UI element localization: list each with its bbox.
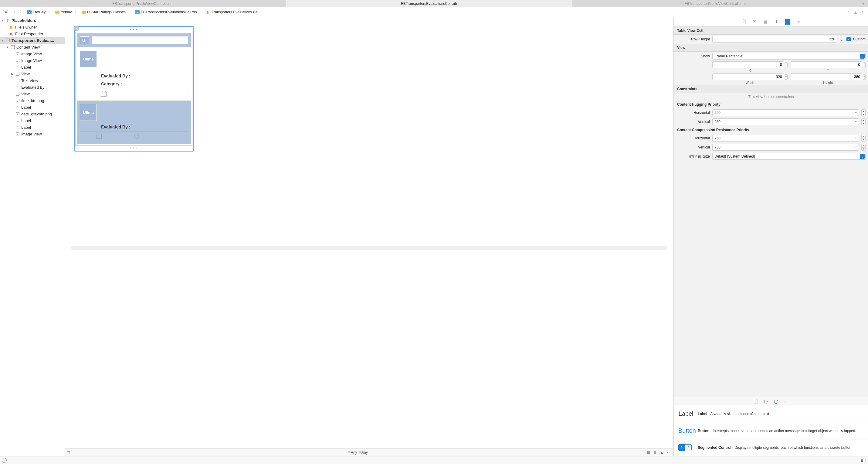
height-stepper[interactable]: ▲▼ xyxy=(863,75,866,80)
jump-prev-icon[interactable]: 〈 xyxy=(844,9,851,14)
outline-item[interactable]: LEvaluated By : xyxy=(0,84,65,90)
add-tab-button[interactable]: ＋ xyxy=(858,0,868,7)
size-class-control[interactable]: wAny hAny xyxy=(348,450,368,455)
y-stepper[interactable]: ▲▼ xyxy=(863,62,866,67)
tab-center[interactable]: FBTransportersEvaluationsCell.xib xyxy=(286,0,572,7)
resize-handle-left[interactable]: ⋮ xyxy=(76,87,80,90)
ccrp-h-stepper[interactable]: ▲▼ xyxy=(861,135,866,142)
canvas-eval-by-label: Evaluated By : xyxy=(80,121,188,131)
outline-item[interactable]: Image View xyxy=(0,57,65,64)
code-snippet-icon[interactable]: { } xyxy=(763,398,769,404)
width-caption: Width xyxy=(712,80,787,84)
chp-horizontal-popup[interactable]: 250 xyxy=(712,109,859,116)
outline-first-responder[interactable]: ◧First Responder xyxy=(0,30,65,37)
show-popup[interactable]: Frame Rectangle xyxy=(712,53,866,60)
file-inspector-icon[interactable]: 📄 xyxy=(741,19,747,25)
row-height-label: Row Height xyxy=(677,37,710,41)
outline-item[interactable]: time_btn.png xyxy=(0,97,65,104)
no-constraints-hint: This view has no constraints xyxy=(674,93,868,101)
label-icon: Label xyxy=(678,410,693,417)
document-outline[interactable]: ▼◧Placeholders ◧File's Owner ◧First Resp… xyxy=(0,17,65,456)
file-template-icon[interactable]: 📄 xyxy=(753,398,759,404)
identity-inspector-icon[interactable]: ▦ xyxy=(763,19,769,25)
ccrp-vertical-popup[interactable]: 750 xyxy=(712,144,859,151)
ccrp-horizontal-popup[interactable]: 750 xyxy=(712,135,859,142)
outline-item[interactable]: LLabel xyxy=(0,117,65,124)
library-item-segmented[interactable]: 12 Segmented Control - Displays multiple… xyxy=(674,439,868,456)
width-stepper[interactable]: ▲▼ xyxy=(785,75,787,80)
align-icon[interactable]: ⊟ xyxy=(647,450,650,455)
section-table-view-cell: Table View Cell xyxy=(674,27,868,35)
outline-content-view[interactable]: ▼Content View xyxy=(0,44,65,50)
size-inspector-icon[interactable] xyxy=(785,19,790,25)
outline-item[interactable]: date_greybtn.png xyxy=(0,111,65,117)
drag-handle-top[interactable]: • • • xyxy=(75,27,192,32)
library-item-label[interactable]: Label Label - A variably sized amount of… xyxy=(674,405,868,423)
chp-vertical-popup[interactable]: 250 xyxy=(712,118,859,125)
attributes-inspector-icon[interactable]: ⬇ xyxy=(774,19,779,25)
table-view-cell-frame[interactable]: ✕ • • • ⋮ ⋮ UI UIIma Evaluated By : Cate… xyxy=(74,26,194,151)
canvas-title-field[interactable] xyxy=(92,36,188,44)
outline-item[interactable]: ▶View xyxy=(0,70,65,77)
crumb-file[interactable]: xFBTransportersEvaluationsCell.xib〉 xyxy=(133,9,205,14)
chp-h-stepper[interactable]: ▲▼ xyxy=(861,109,866,116)
outline-item[interactable]: LLabel xyxy=(0,124,65,130)
show-label: Show xyxy=(677,54,710,58)
interface-builder-canvas[interactable]: ✕ • • • ⋮ ⋮ UI UIIma Evaluated By : Cate… xyxy=(65,17,674,456)
resolve-icon[interactable]: ▲ xyxy=(660,450,664,455)
height-input[interactable] xyxy=(790,74,863,80)
outline-item[interactable]: LLabel xyxy=(0,64,65,70)
canvas-eval-by-label: Evaluated By : xyxy=(101,74,188,78)
inspector-panel: 📄 ?⃝ ▦ ⬇ ➜ Table View Cell Row Height ▲▼… xyxy=(674,17,868,456)
crumb-folder2[interactable]: FBStar Ratings Classes〉 xyxy=(80,9,133,14)
resize-handle-right[interactable]: ⋮ xyxy=(188,87,191,90)
chp-v-stepper[interactable]: ▲▼ xyxy=(861,118,866,125)
canvas-body-row[interactable]: UIIma Evaluated By : Category : xyxy=(77,47,191,101)
section-constraints: Constraints xyxy=(674,85,868,93)
outline-item[interactable]: View xyxy=(0,90,65,97)
window-tabbar: FBTransporterProfileViewController.m FBT… xyxy=(0,0,868,7)
help-inspector-icon[interactable]: ?⃝ xyxy=(752,19,757,25)
object-library-icon[interactable]: ◯ xyxy=(773,398,779,404)
drag-handle-bottom[interactable]: • • • xyxy=(75,146,192,150)
outline-item[interactable]: Text View xyxy=(0,77,65,84)
outline-item[interactable]: Image View xyxy=(0,130,65,137)
ccrp-v-stepper[interactable]: ▲▼ xyxy=(861,144,866,151)
object-library-list[interactable]: Label Label - A variably sized amount of… xyxy=(674,405,868,456)
resize-icon[interactable]: ▭ xyxy=(667,450,671,455)
crumb-object[interactable]: ◧Transporters Evaluations Cell xyxy=(205,10,261,14)
library-item-button[interactable]: Button Button - Intercepts touch events … xyxy=(674,423,868,439)
width-input[interactable] xyxy=(712,74,784,80)
nav-forward-icon[interactable]: 〉 xyxy=(18,9,26,15)
warning-icon[interactable]: ▲ xyxy=(851,10,860,14)
ccrp-vertical-label: Vertical xyxy=(677,145,710,149)
nav-back-icon[interactable]: 〈 xyxy=(10,9,18,15)
crumb-folder1[interactable]: fretbay〉 xyxy=(54,9,80,14)
connections-inspector-icon[interactable]: ➜ xyxy=(796,19,801,25)
crumb-project[interactable]: ▸FretBay〉 xyxy=(26,9,54,14)
related-items-icon[interactable] xyxy=(1,10,10,14)
tab-left[interactable]: FBTransporterProfileViewController.m xyxy=(0,0,286,7)
custom-checkbox[interactable]: ✓ xyxy=(846,37,851,41)
y-input[interactable] xyxy=(790,61,863,68)
row-height-stepper[interactable]: ▲▼ xyxy=(840,36,844,42)
outline-item[interactable]: LLabel xyxy=(0,104,65,111)
outline-placeholders-header[interactable]: ▼◧Placeholders xyxy=(0,17,65,24)
x-stepper[interactable]: ▲▼ xyxy=(785,62,787,67)
canvas-header-row[interactable]: UI xyxy=(77,33,191,47)
outline-toggle-icon[interactable]: ▢ xyxy=(67,450,70,455)
tab-right[interactable]: FBTransporterProfileViewController.m xyxy=(572,0,858,7)
pin-icon[interactable]: ⊞ xyxy=(653,450,656,455)
media-library-icon[interactable]: ▭ xyxy=(784,398,790,404)
close-icon[interactable]: ✕ xyxy=(74,26,79,31)
canvas-footer-row[interactable]: UIIma Evaluated By : xyxy=(77,101,191,144)
outline-item[interactable]: Image View xyxy=(0,50,65,57)
canvas-image-placeholder: UIIma xyxy=(80,50,97,67)
jump-next-icon[interactable]: 〉 xyxy=(860,9,867,14)
horizontal-scrollbar[interactable] xyxy=(71,246,668,250)
intrinsic-popup[interactable]: Default (System Defined) xyxy=(712,153,866,160)
outline-root-cell[interactable]: ▼Transporters Evaluat... xyxy=(0,37,65,44)
outline-files-owner[interactable]: ◧File's Owner xyxy=(0,24,65,30)
row-height-input[interactable] xyxy=(712,36,837,42)
x-input[interactable] xyxy=(712,61,784,68)
